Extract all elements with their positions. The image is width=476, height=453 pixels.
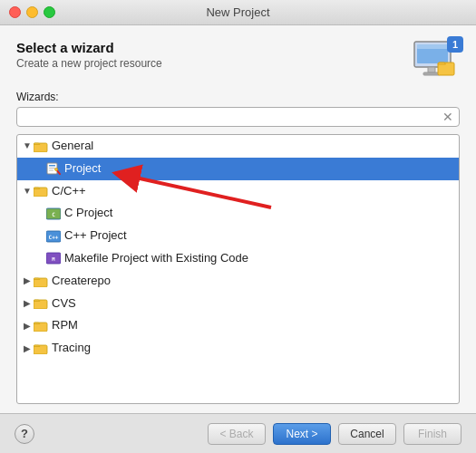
svg-rect-9 [49,168,55,169]
makefile-icon: M [46,252,61,265]
finish-button[interactable]: Finish [403,423,461,445]
header-title: Select a wizard [16,40,162,55]
maximize-button[interactable] [44,6,55,18]
next-button[interactable]: Next > [273,423,331,445]
tree-arrow-general [21,139,34,153]
close-button[interactable] [9,6,21,18]
cproject-icon: C++ [46,230,61,243]
clear-search-button[interactable]: ✕ [442,111,453,123]
svg-point-12 [55,169,58,171]
tree-label-tracing: Tracing [52,339,91,358]
help-button[interactable]: ? [15,424,34,444]
header: Select a wizard Create a new project res… [16,40,460,80]
tree-item-general[interactable]: General [17,135,459,158]
tree-item-tracing[interactable]: Tracing [17,337,459,360]
tree-item-project[interactable]: Project [17,158,459,180]
titlebar-buttons [9,6,55,18]
minimize-button[interactable] [26,6,38,18]
cproject-icon: C [46,207,61,220]
svg-rect-2 [428,67,435,72]
tree-label-c-project: C Project [64,204,112,223]
tree-item-createrepo[interactable]: Createrepo [17,270,459,293]
titlebar-title: New Project [206,5,269,19]
bottom-bar: ? < Back Next > Cancel Finish [0,413,476,453]
tree-item-cvs[interactable]: CVS [17,293,459,315]
tree-arrow-cvs [21,296,34,311]
folder-icon [34,140,48,152]
tree-item-c-project[interactable]: C C Project [17,202,459,225]
search-input[interactable] [23,111,442,123]
folder-icon [34,275,48,287]
titlebar: New Project [0,0,476,25]
wizard-icon-container: 1 [413,40,460,80]
tree-list: General Project C/C++ C C Project C++ C+… [17,135,459,360]
folder-icon [34,297,48,309]
tree-label-createrepo: Createrepo [52,272,111,291]
tree-item-cpp-project[interactable]: C++ C++ Project [17,225,459,247]
tree-item-rpm[interactable]: RPM [17,314,459,337]
tree-label-rpm: RPM [52,316,78,335]
wizard-tree[interactable]: General Project C/C++ C C Project C++ C+… [16,134,460,404]
tree-label-cpp-project: C++ Project [64,226,127,246]
svg-rect-8 [49,165,55,167]
tree-arrow-cpp [21,184,34,198]
tree-arrow-rpm [21,319,34,333]
cancel-button[interactable]: Cancel [338,423,396,445]
svg-text:C++: C++ [49,234,59,240]
bottom-left: ? [15,424,34,444]
search-row: ✕ [16,107,460,127]
tree-arrow-createrepo [21,274,34,288]
tree-label-cpp: C/C++ [52,182,86,201]
tree-label-general: General [52,137,93,156]
svg-rect-4 [417,44,448,49]
tree-item-cpp[interactable]: C/C++ [17,180,459,203]
svg-rect-10 [49,170,53,171]
folder-icon [34,185,48,197]
tree-arrow-tracing [21,342,34,356]
project-icon [46,162,61,175]
header-text: Select a wizard Create a new project res… [16,40,162,70]
tree-label-makefile: Makefile Project with Existing Code [64,249,248,268]
header-subtitle: Create a new project resource [16,57,162,70]
tree-item-makefile[interactable]: M Makefile Project with Existing Code [17,247,459,270]
back-button[interactable]: < Back [208,423,266,445]
bottom-right: < Back Next > Cancel Finish [208,423,461,445]
tree-label-cvs: CVS [52,294,76,313]
wizard-badge: 1 [447,36,463,53]
wizards-label: Wizards: [16,91,460,103]
folder-icon [34,320,48,332]
svg-rect-3 [423,72,440,75]
folder-icon [34,342,48,354]
content-area: Select a wizard Create a new project res… [0,25,476,413]
svg-text:C: C [52,211,55,217]
tree-label-project: Project [64,159,101,178]
